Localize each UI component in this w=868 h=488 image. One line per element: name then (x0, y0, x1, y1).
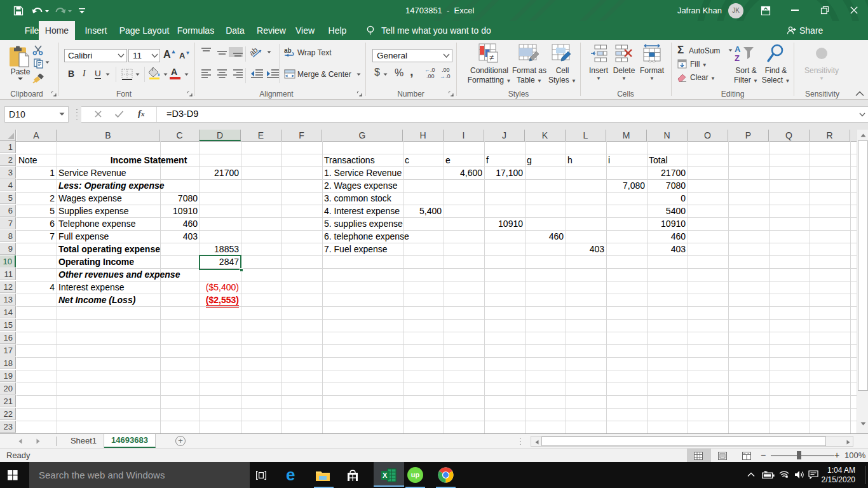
svg-text:Z: Z (735, 53, 740, 63)
svg-text:ab: ab (284, 48, 292, 54)
svg-text:X: X (383, 471, 388, 479)
svg-text:A: A (735, 44, 741, 54)
svg-text:≠: ≠ (489, 53, 494, 62)
